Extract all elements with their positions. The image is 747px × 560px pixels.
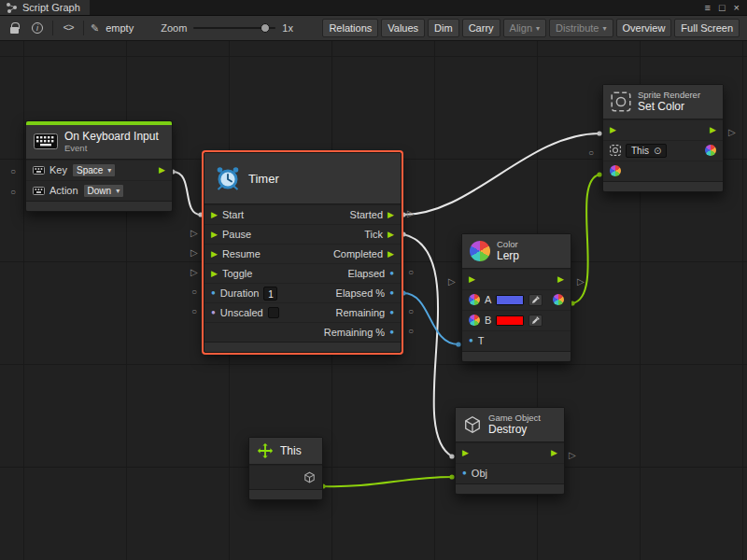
port-stub-circle[interactable]: ○ [408, 307, 414, 316]
flow-out-port-icon[interactable]: ▶ [159, 166, 165, 175]
dim-button[interactable]: Dim [428, 19, 459, 37]
color-lerp-node[interactable]: Color Lerp ▶ ▶ A [461, 233, 571, 362]
action-dropdown[interactable]: Down ▾ [83, 184, 125, 198]
distribute-button[interactable]: Distribute▾ [549, 19, 613, 37]
value-port-icon[interactable]: ● [389, 270, 394, 277]
info-icon[interactable]: i [29, 20, 46, 36]
sprite-node-header[interactable]: Sprite Renderer Set Color [603, 85, 723, 119]
value-port-icon[interactable]: ● [211, 289, 216, 297]
zoom-slider-handle[interactable] [261, 23, 270, 33]
wire-this-to-obj[interactable] [323, 477, 452, 486]
port-stub-circle[interactable]: ○ [588, 148, 594, 158]
keyboard-node-header[interactable]: On Keyboard Input Event [26, 125, 172, 160]
window-close-icon[interactable]: × [734, 2, 740, 13]
lerp-flow-row: ▶ ▶ [462, 269, 571, 289]
target-object-field[interactable]: This ⊙ [626, 144, 667, 158]
graph-canvas[interactable]: ○ ○ ▷ ▷ ▷ ○ ○ ▷ ○ ○ ○ ▷ ▷ ○ ▷ ▷ [0, 41, 747, 560]
flow-in-port-icon[interactable]: ▶ [211, 211, 218, 219]
flow-in-port-icon[interactable]: ▶ [610, 126, 616, 134]
flow-in-port-icon[interactable]: ▶ [211, 231, 218, 239]
color-port-icon[interactable] [469, 294, 480, 305]
flow-out-port-icon[interactable]: ▶ [388, 250, 394, 259]
this-node[interactable]: This [248, 437, 323, 500]
eyedropper-button[interactable] [529, 315, 543, 327]
port-stub-circle[interactable]: ○ [408, 327, 414, 336]
timer-output-tick: Tick [364, 229, 383, 240]
tab-script-graph[interactable]: Script Graph [0, 0, 90, 15]
flow-out-port-icon[interactable]: ▶ [388, 211, 394, 219]
duration-input[interactable]: 1 [263, 287, 277, 301]
move-arrows-icon [257, 442, 274, 459]
color-out-port-icon[interactable] [705, 145, 716, 156]
sprite-renderer-mini-icon [610, 145, 621, 156]
this-node-title: This [280, 444, 302, 457]
port-stub-triangle[interactable]: ▷ [190, 268, 198, 277]
color-port-icon[interactable] [469, 315, 480, 326]
port-stub-circle[interactable]: ○ [191, 307, 197, 316]
port-stub-triangle[interactable]: ▷ [728, 128, 736, 137]
target-picker-icon[interactable]: ⊙ [654, 146, 661, 156]
value-port-icon[interactable]: ● [389, 329, 394, 336]
port-stub-triangle[interactable]: ▷ [577, 277, 585, 287]
align-button[interactable]: Align▾ [503, 19, 546, 37]
port-stub-triangle[interactable]: ▷ [190, 248, 198, 258]
port-stub-circle[interactable]: ○ [10, 167, 16, 176]
color-a-swatch[interactable] [496, 295, 524, 305]
window-maximize-icon[interactable]: □ [719, 2, 726, 13]
sprite-set-color-node[interactable]: Sprite Renderer Set Color ▶ ▶ This ⊙ [602, 84, 724, 192]
timer-input-resume: Resume [222, 248, 261, 259]
destroy-node-category: Game Object [488, 413, 541, 423]
full-screen-button[interactable]: Full Screen [674, 19, 740, 37]
relations-button[interactable]: Relations [322, 19, 378, 37]
lerp-node-header[interactable]: Color Lerp [462, 234, 571, 269]
color-in-port-icon[interactable] [610, 165, 621, 176]
wire-elapsed-to-t[interactable] [403, 293, 458, 344]
script-graph-window: Script Graph ≡ □ × i <> ✎ empty Zoom 1x … [0, 0, 747, 560]
window-menu-icon[interactable]: ≡ [704, 2, 710, 13]
flow-in-port-icon[interactable]: ▶ [211, 250, 218, 259]
unscaled-checkbox[interactable] [268, 307, 279, 318]
values-button[interactable]: Values [381, 19, 425, 37]
destroy-node[interactable]: Game Object Destroy ▶ ▶ ● Obj [455, 407, 565, 495]
lock-icon[interactable] [6, 20, 22, 36]
destroy-node-header[interactable]: Game Object Destroy [456, 408, 564, 442]
key-dropdown[interactable]: Space ▾ [72, 163, 116, 177]
port-stub-triangle[interactable]: ▷ [190, 229, 198, 238]
code-view-icon[interactable]: <> [60, 20, 77, 36]
carry-button[interactable]: Carry [462, 19, 500, 37]
port-stub-circle[interactable]: ○ [10, 188, 16, 197]
value-port-icon[interactable]: ● [389, 309, 394, 316]
edit-graph-icon[interactable]: ✎ [91, 22, 99, 35]
flow-in-port-icon[interactable]: ▶ [211, 270, 218, 278]
flow-in-port-icon[interactable]: ▶ [469, 275, 475, 284]
value-port-icon[interactable]: ● [462, 469, 467, 477]
color-b-swatch[interactable] [496, 315, 524, 326]
eyedropper-icon [531, 296, 540, 304]
timer-node[interactable]: Timer ▶ Start Started▶ ▶ Pause Tick▶ ▶ R… [204, 152, 402, 353]
overview-button[interactable]: Overview [616, 19, 672, 37]
wire-keyboard-to-timer[interactable] [173, 172, 201, 215]
flow-out-port-icon[interactable]: ▶ [388, 231, 394, 239]
eyedropper-button[interactable] [529, 294, 543, 306]
zoom-slider[interactable] [193, 21, 275, 35]
sprite-renderer-icon [611, 91, 631, 112]
port-stub-triangle[interactable]: ▷ [448, 277, 456, 287]
color-out-port-icon[interactable] [553, 294, 564, 305]
flow-out-port-icon[interactable]: ▶ [710, 126, 716, 134]
flow-out-port-icon[interactable]: ▶ [551, 449, 557, 457]
port-stub-triangle[interactable]: ▷ [407, 209, 415, 218]
port-stub-circle[interactable]: ○ [408, 268, 414, 277]
this-node-header[interactable]: This [249, 438, 322, 465]
wire-started-to-setcolor[interactable] [403, 133, 599, 215]
timer-row: ▶ Toggle Elapsed● [204, 263, 401, 283]
value-port-icon[interactable]: ● [211, 309, 216, 316]
timer-node-header[interactable]: Timer [204, 153, 401, 204]
port-stub-circle[interactable]: ○ [191, 287, 197, 297]
object-out-port-icon[interactable] [303, 471, 316, 483]
on-keyboard-input-node[interactable]: On Keyboard Input Event Key Space ▾ ▶ [25, 120, 173, 212]
value-port-icon[interactable]: ● [389, 289, 394, 297]
flow-in-port-icon[interactable]: ▶ [462, 449, 469, 457]
port-stub-triangle[interactable]: ▷ [569, 451, 576, 460]
value-port-icon[interactable]: ● [469, 337, 473, 344]
flow-out-port-icon[interactable]: ▶ [557, 275, 564, 284]
